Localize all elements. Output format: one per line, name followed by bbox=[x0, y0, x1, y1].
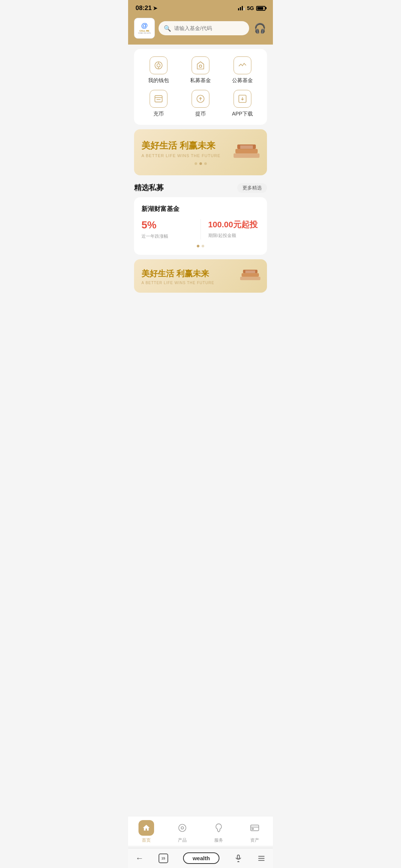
private-fund-icon bbox=[192, 56, 209, 74]
location-icon: ➤ bbox=[153, 5, 157, 11]
svg-rect-12 bbox=[234, 153, 260, 158]
menu-item-private-fund[interactable]: 私募基金 bbox=[180, 56, 222, 84]
svg-point-4 bbox=[199, 65, 202, 68]
withdraw-label: 提币 bbox=[195, 111, 206, 117]
withdraw-icon bbox=[192, 90, 209, 108]
search-bar[interactable]: 🔍 bbox=[159, 21, 249, 35]
fund-card[interactable]: 新湖财富基金 5% 近一年跌涨幅 100.00元起投 期限/起投金额 bbox=[134, 197, 267, 255]
banner-graphic bbox=[230, 135, 263, 170]
search-icon: 🔍 bbox=[164, 25, 171, 32]
status-bar: 08:21 ➤ 5G bbox=[128, 0, 273, 15]
header: @ CALL ME COME ON DATE 🔍 🎧 bbox=[128, 15, 273, 45]
fund-dot-1 bbox=[197, 245, 199, 247]
fund-return-rate: 5% bbox=[141, 219, 193, 231]
logo-at-icon: @ bbox=[141, 22, 148, 30]
section-title: 精选私募 bbox=[134, 183, 164, 193]
quick-menu-grid: 我的钱包 私募基金 公募基金 bbox=[138, 56, 263, 117]
app-download-label: APP下载 bbox=[232, 111, 253, 117]
logo-subtext: COME ON DATE bbox=[138, 32, 151, 34]
menu-item-wallet[interactable]: 我的钱包 bbox=[138, 56, 180, 84]
menu-item-app-download[interactable]: APP下载 bbox=[221, 90, 263, 117]
customer-service-button[interactable]: 🎧 bbox=[253, 21, 267, 35]
public-fund-icon bbox=[234, 56, 251, 74]
private-fund-label: 私募基金 bbox=[190, 77, 211, 84]
svg-rect-13 bbox=[235, 149, 258, 153]
battery-icon bbox=[256, 6, 265, 11]
status-time: 08:21 ➤ bbox=[136, 4, 157, 12]
recharge-label: 充币 bbox=[153, 111, 164, 117]
headphone-icon: 🎧 bbox=[254, 23, 266, 34]
second-banner[interactable]: 美好生活 利赢未来 A BETTER LIFE WINS THE FUTURE bbox=[134, 259, 267, 293]
fund-dot-2 bbox=[202, 245, 204, 247]
fund-name: 新湖财富基金 bbox=[141, 205, 260, 213]
quick-menu-card: 我的钱包 私募基金 公募基金 bbox=[134, 49, 267, 125]
recharge-icon bbox=[150, 90, 167, 108]
svg-rect-18 bbox=[240, 277, 260, 280]
svg-rect-5 bbox=[155, 95, 163, 102]
menu-item-recharge[interactable]: 充币 bbox=[138, 90, 180, 117]
fund-min-invest: 100.00元起投 bbox=[208, 219, 260, 230]
signal-icon bbox=[238, 6, 245, 10]
fund-stats: 5% 近一年跌涨幅 100.00元起投 期限/起投金额 bbox=[141, 219, 260, 240]
svg-point-1 bbox=[157, 64, 160, 67]
fund-invest-stat: 100.00元起投 期限/起投金额 bbox=[201, 219, 260, 240]
banner-dot-2 bbox=[199, 162, 202, 165]
featured-section-header: 精选私募 更多精选 bbox=[128, 180, 273, 197]
fund-card-dots bbox=[141, 245, 260, 247]
banner-dot-1 bbox=[195, 162, 197, 165]
search-input[interactable] bbox=[174, 25, 244, 31]
svg-rect-19 bbox=[242, 273, 259, 277]
banner-dot-3 bbox=[204, 162, 207, 165]
main-banner[interactable]: 美好生活 利赢未来 A BETTER LIFE WINS THE FUTURE bbox=[134, 129, 267, 175]
app-logo[interactable]: @ CALL ME COME ON DATE bbox=[134, 18, 155, 39]
fund-return-stat: 5% 近一年跌涨幅 bbox=[141, 219, 201, 240]
fund-invest-desc: 期限/起投金额 bbox=[208, 233, 260, 239]
fund-return-desc: 近一年跌涨幅 bbox=[141, 233, 193, 240]
menu-item-withdraw[interactable]: 提币 bbox=[180, 90, 222, 117]
menu-item-public-fund[interactable]: 公募基金 bbox=[221, 56, 263, 84]
wallet-icon bbox=[150, 56, 167, 74]
status-right: 5G bbox=[238, 5, 265, 11]
app-download-icon bbox=[234, 90, 251, 108]
logo-text: CALL ME bbox=[140, 30, 150, 32]
more-featured-button[interactable]: 更多精选 bbox=[237, 183, 267, 193]
public-fund-label: 公募基金 bbox=[232, 77, 253, 84]
wallet-label: 我的钱包 bbox=[148, 77, 169, 84]
second-banner-graphic bbox=[237, 262, 263, 290]
